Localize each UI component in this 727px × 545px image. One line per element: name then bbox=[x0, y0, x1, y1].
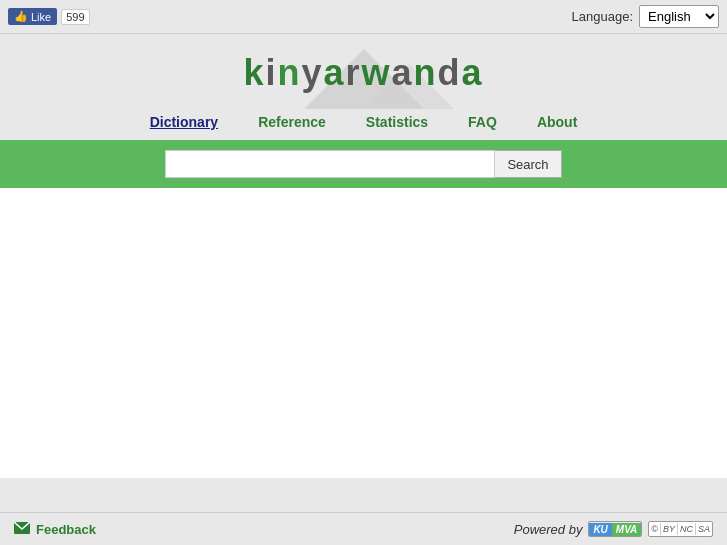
footer: Feedback Powered by KU MVA © BY NC SA bbox=[0, 512, 727, 545]
fb-like-area: 👍 Like 599 bbox=[8, 8, 90, 25]
nav-item-faq[interactable]: FAQ bbox=[468, 114, 497, 130]
fb-like-label: Like bbox=[31, 11, 51, 23]
email-icon bbox=[14, 522, 30, 537]
top-bar: 👍 Like 599 Language: English Français De… bbox=[0, 0, 727, 34]
like-count: 599 bbox=[61, 9, 89, 25]
kumva-right: MVA bbox=[612, 523, 641, 536]
powered-by-area: Powered by KU MVA © BY NC SA bbox=[514, 521, 713, 537]
fb-like-button[interactable]: 👍 Like bbox=[8, 8, 57, 25]
language-selector-area: Language: English Français Deutsch bbox=[572, 5, 719, 28]
kumva-left: KU bbox=[589, 523, 611, 536]
header: kinyarwanda bbox=[0, 34, 727, 106]
feedback-label: Feedback bbox=[36, 522, 96, 537]
search-input[interactable] bbox=[165, 150, 495, 178]
search-button[interactable]: Search bbox=[495, 150, 561, 178]
nav-item-reference[interactable]: Reference bbox=[258, 114, 326, 130]
logo-text: kinyarwanda bbox=[0, 52, 727, 94]
language-label: Language: bbox=[572, 9, 633, 24]
feedback-link[interactable]: Feedback bbox=[14, 522, 96, 537]
by-icon: BY bbox=[661, 523, 678, 535]
language-select[interactable]: English Français Deutsch bbox=[639, 5, 719, 28]
cc-license-badge: © BY NC SA bbox=[648, 521, 713, 537]
nav-item-statistics[interactable]: Statistics bbox=[366, 114, 428, 130]
nc-icon: NC bbox=[678, 523, 696, 535]
kumva-badge: KU MVA bbox=[588, 521, 642, 537]
nav-item-about[interactable]: About bbox=[537, 114, 577, 130]
nav-item-dictionary[interactable]: Dictionary bbox=[150, 114, 218, 130]
sa-icon: SA bbox=[696, 523, 712, 535]
main-content bbox=[0, 188, 727, 478]
search-bar: Search bbox=[0, 140, 727, 188]
powered-by-label: Powered by bbox=[514, 522, 583, 537]
cc-icon: © bbox=[649, 523, 661, 535]
